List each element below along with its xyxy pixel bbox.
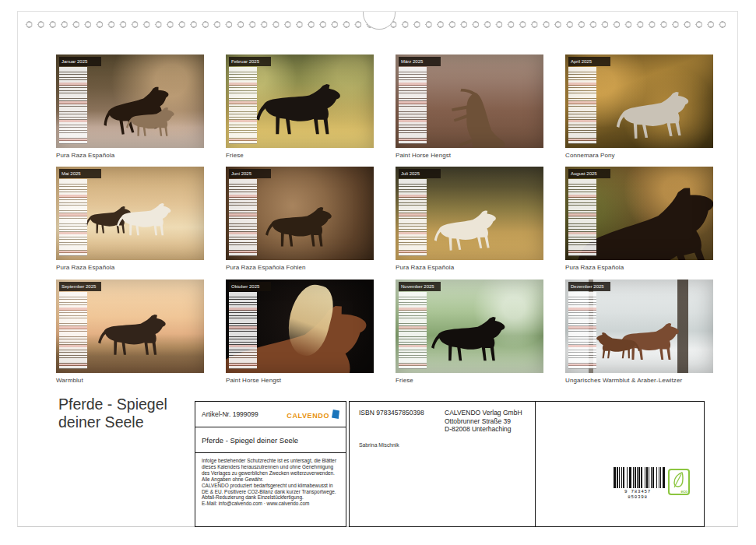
article-number-row: Artikel-Nr. 1999099 CALVENDO (195, 402, 346, 427)
calvendo-logo-icon (332, 410, 339, 419)
author-name: Sabrina Mischnik (359, 442, 399, 448)
month-thumbnail-november: November 2025 Friese (396, 280, 543, 384)
product-title: Pferde - Spiegel deiner Seele (195, 427, 346, 453)
ean-barcode: 9 783457 850398 (614, 467, 662, 500)
calvendo-wordmark: CALVENDO (287, 407, 329, 421)
month-photo: Januar 2025 (56, 54, 204, 148)
mini-calendar-month: November 2025 (399, 282, 441, 291)
photo-caption: Warmblut (56, 377, 204, 384)
month-thumbnail-oktober: Oktober 2025 Paint Horse Hengst (226, 280, 374, 384)
article-number: Artikel-Nr. 1999099 (202, 410, 258, 418)
eco-logo: eco (668, 469, 690, 495)
photo-caption: Pura Raza Española (396, 264, 543, 271)
month-thumbnail-september: September 2025 Warmblut (56, 280, 204, 384)
calendar-back-page: Januar 2025 Pura Raza Española Februar 2… (0, 0, 756, 545)
mini-calendar-month: März 2025 (399, 57, 441, 66)
legal-text-paragraph: Infolge bestehender Schutzrechte ist es … (202, 458, 339, 483)
month-photo: November 2025 (396, 280, 543, 373)
mini-calendar-month: September 2025 (59, 282, 101, 291)
month-photo: Dezember 2025 (565, 280, 713, 373)
mini-calendar-month: Juni 2025 (229, 169, 271, 178)
month-thumbnail-juni: Juni 2025 Pura Raza Española Fohlen (226, 167, 374, 271)
month-photo: September 2025 (56, 280, 204, 373)
mini-calendar-days (229, 292, 257, 369)
month-photo: August 2025 (565, 167, 713, 260)
eco-leaf-icon (671, 471, 685, 490)
horse-silhouette (126, 107, 176, 137)
mini-calendar: Mai 2025 (59, 169, 103, 256)
mini-calendar-month: Juli 2025 (399, 169, 441, 178)
photo-caption: Pura Raza Española (56, 152, 204, 159)
horse-silhouette (614, 91, 694, 142)
publisher-name: CALVENDO Verlag GmbH (445, 409, 522, 417)
month-thumbnail-dezember: Dezember 2025 Ungarisches Warmblut & Ara… (565, 280, 713, 384)
mini-calendar-days (399, 292, 427, 369)
horse-mane-highlight (282, 280, 339, 360)
mini-calendar-month: August 2025 (568, 169, 610, 178)
mini-calendar: März 2025 (399, 57, 442, 144)
month-thumbnail-juli: Juli 2025 Pura Raza Española (396, 167, 543, 271)
product-info-box: Artikel-Nr. 1999099 CALVENDO Pferde - Sp… (195, 401, 346, 527)
photo-caption: Friese (226, 152, 374, 159)
mini-calendar-month: Oktober 2025 (229, 282, 271, 291)
publisher-info-box: ISBN 9783457850398 CALVENDO Verlag GmbH … (349, 401, 705, 527)
legal-text-paragraph: CALVENDO produziert bedarfsgerecht und k… (202, 483, 339, 501)
mini-calendar: Februar 2025 (229, 57, 273, 144)
photo-caption: Pura Raza Española (56, 264, 204, 271)
horse-silhouette (265, 207, 334, 248)
mini-calendar: April 2025 (568, 57, 612, 144)
mini-calendar: Oktober 2025 (229, 282, 273, 369)
mini-calendar-days (399, 179, 427, 256)
mini-calendar-days (399, 67, 427, 144)
mini-calendar-days (229, 179, 257, 256)
horse-silhouette (431, 317, 508, 362)
month-photo: Februar 2025 (226, 54, 374, 148)
month-thumbnail-april: April 2025 Connemara Pony (565, 54, 713, 159)
month-thumbnail-mai: Mai 2025 Pura Raza Española (56, 167, 204, 271)
mini-calendar: November 2025 (399, 282, 442, 369)
month-photo: April 2025 (565, 54, 713, 148)
mini-calendar-month: Mai 2025 (59, 169, 101, 178)
isbn-publisher-cell: ISBN 9783457850398 CALVENDO Verlag GmbH … (350, 402, 536, 526)
mini-calendar-days (59, 67, 87, 144)
mini-calendar-month: April 2025 (568, 57, 610, 66)
mini-calendar-days (568, 292, 596, 369)
legal-text-paragraph: E-Mail: info@calvendo.com · www.calvendo… (202, 501, 339, 507)
legal-text: Infolge bestehender Schutzrechte ist es … (195, 453, 346, 512)
mini-calendar: Januar 2025 (59, 57, 103, 144)
month-photo: Juli 2025 (396, 167, 543, 260)
month-photo: Juni 2025 (226, 167, 374, 260)
month-photo: Oktober 2025 (226, 280, 374, 373)
calendar-title-line1: Pferde - Spiegel (58, 396, 167, 413)
mini-calendar: Juni 2025 (229, 169, 273, 256)
mini-calendar: Juli 2025 (399, 169, 442, 256)
mini-calendar: August 2025 (568, 169, 612, 256)
month-photo: Mai 2025 (56, 167, 204, 260)
calendar-title-line2: deiner Seele (58, 413, 167, 431)
isbn-number: ISBN 9783457850398 (359, 409, 424, 417)
barcode-digits: 9 783457 850398 (614, 489, 662, 500)
photo-caption: Friese (396, 377, 543, 384)
horse-silhouette (98, 84, 176, 139)
eco-label: eco (680, 489, 687, 494)
mini-calendar: September 2025 (59, 282, 103, 369)
horse-silhouette (117, 203, 173, 237)
photo-caption: Ungarisches Warmblut & Araber-Lewitzer (565, 377, 713, 384)
publisher-address: CALVENDO Verlag GmbH Ottobrunner Straße … (445, 409, 522, 434)
barcode-bars (614, 467, 665, 488)
publisher-city: D-82008 Unterhaching (445, 425, 522, 434)
horse-silhouette (617, 323, 681, 360)
mini-calendar-month: Dezember 2025 (568, 282, 610, 291)
photo-caption: Pura Raza Española (565, 264, 713, 271)
month-thumbnail-august: August 2025 Pura Raza Española (565, 167, 713, 271)
mini-calendar-days (59, 292, 87, 369)
mini-calendar-month: Januar 2025 (59, 57, 101, 66)
calendar-title: Pferde - Spiegel deiner Seele (58, 396, 167, 431)
photo-caption: Pura Raza Española Fohlen (226, 264, 374, 271)
barcode-cell: 9 783457 850398 eco (536, 402, 704, 526)
mini-calendar-days (568, 179, 596, 256)
horse-silhouette (433, 209, 501, 252)
mini-calendar: Dezember 2025 (568, 282, 612, 369)
mini-calendar-days (229, 67, 257, 144)
photo-caption: Connemara Pony (565, 152, 713, 159)
